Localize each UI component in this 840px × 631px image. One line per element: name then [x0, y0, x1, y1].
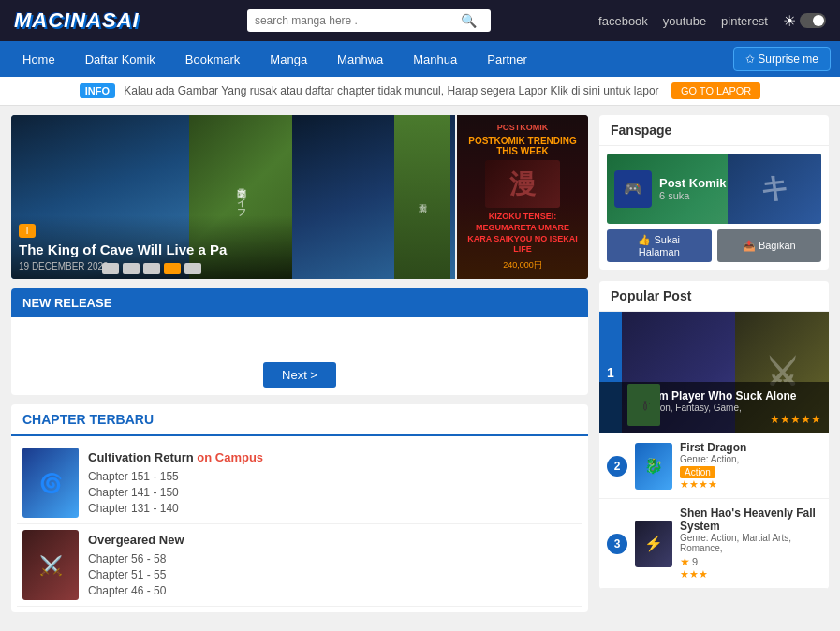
new-release-grid	[11, 317, 588, 355]
popular-featured-title: I Am Player Who Suck Alone	[644, 389, 821, 403]
popular-genre-2: Genre: Action,	[680, 454, 821, 464]
chapter-terbaru-header: CHAPTER TERBARU	[11, 404, 588, 436]
logo: MACINASAI	[14, 8, 140, 33]
sidebar-item-bookmark[interactable]: Bookmark	[172, 47, 254, 72]
popular-title-2: First Dragon	[680, 441, 821, 454]
youtube-link[interactable]: youtube	[663, 14, 706, 28]
surprise-button[interactable]: ✩ Surprise me	[733, 47, 831, 71]
facebook-link[interactable]: facebook	[598, 14, 648, 28]
chapter-manga-title-1: Cultivation Return on Campus	[88, 450, 577, 464]
fanspage-like-button[interactable]: 👍 Sukai Halaman	[607, 229, 712, 262]
hero-badge: T	[19, 224, 36, 238]
popular-rating-3: 9	[692, 556, 698, 567]
next-button[interactable]: Next >	[263, 362, 336, 388]
chapter-link-2-1[interactable]: Chapter 56 - 58	[88, 552, 577, 565]
popular-stars-3: ★★★	[680, 568, 821, 580]
popular-featured-thumb: 🗡	[627, 384, 660, 426]
new-release-section: NEW RELEASE Next >	[11, 288, 588, 395]
right-sidebar: Fanspage キ 🎮 Post Komik 6 suka 👍 Sukai H	[599, 115, 829, 612]
fanspage-page-name: Post Komik	[659, 176, 727, 190]
popular-rank-3: 3	[607, 534, 627, 554]
hero-secondary-item-1[interactable]: 洞窟王	[292, 115, 455, 279]
new-release-header: NEW RELEASE	[11, 288, 588, 317]
sun-icon: ☀	[783, 12, 796, 30]
header-links: facebook youtube pinterest ☀	[598, 12, 826, 30]
chapter-link-1-3[interactable]: Chapter 131 - 140	[88, 502, 577, 515]
go-lapor-button[interactable]: GO TO LAPOR	[671, 82, 760, 99]
hero-secondary: 洞窟王 POSTKOMIK POSTKOMIK TRENDING THIS WE…	[292, 115, 588, 279]
fanspage-banner: キ 🎮 Post Komik 6 suka	[607, 154, 821, 224]
search-input[interactable]	[255, 14, 461, 27]
popular-rank-2: 2	[607, 456, 627, 477]
chapter-link-2-3[interactable]: Chapter 46 - 50	[88, 584, 577, 597]
fanspage-share-button[interactable]: 📤 Bagikan	[717, 229, 822, 262]
sidebar-item-daftar-komik[interactable]: Daftar Komik	[72, 47, 169, 72]
hero-title: The King of Cave Will Live a Pa	[19, 242, 285, 258]
chapter-item-2: ⚔️ Overgeared New Chapter 56 - 58 Chapte…	[17, 524, 582, 607]
hero-indicator	[102, 263, 201, 274]
fanspage-info: Post Komik 6 suka	[659, 176, 727, 201]
sidebar-item-home[interactable]: Home	[9, 47, 68, 72]
indicator-5[interactable]	[184, 263, 201, 274]
popular-genre-3: Genre: Action, Martial Arts, Romance,	[680, 533, 821, 553]
sidebar-item-manhwa[interactable]: Manhwa	[324, 47, 396, 72]
indicator-2[interactable]	[123, 263, 140, 274]
fanspage-avatar: 🎮	[614, 170, 652, 208]
indicator-4[interactable]	[164, 263, 181, 274]
chapter-link-2-2[interactable]: Chapter 51 - 55	[88, 568, 577, 581]
pinterest-link[interactable]: pinterest	[721, 14, 768, 28]
chapter-item-1: 🌀 Cultivation Return on Campus Chapter 1…	[17, 442, 582, 524]
hero-main[interactable]: 楽園ライフ T The King of Cave Will Live a Pa …	[11, 115, 292, 279]
chapter-thumb-1: 🌀	[22, 448, 79, 518]
popular-info-3: Shen Hao's Heavenly Fall System Genre: A…	[680, 506, 821, 580]
sidebar-item-partner[interactable]: Partner	[474, 47, 540, 72]
fanspage-content: キ 🎮 Post Komik 6 suka 👍 Sukai Halaman 📤 …	[599, 146, 829, 270]
popular-featured-overlay: 🗡 I Am Player Who Suck Alone Action, Fan…	[599, 382, 829, 433]
chapter-link-1-2[interactable]: Chapter 141 - 150	[88, 486, 577, 499]
indicator-3[interactable]	[143, 263, 160, 274]
info-bar: INFO Kalau ada Gambar Yang rusak atau da…	[0, 77, 840, 106]
chapter-info-2: Overgeared New Chapter 56 - 58 Chapter 5…	[88, 533, 577, 597]
chapter-info-1: Cultivation Return on Campus Chapter 151…	[88, 450, 577, 515]
chapter-links-1: Chapter 151 - 155 Chapter 141 - 150 Chap…	[88, 470, 577, 515]
chapter-thumb-2: ⚔️	[22, 530, 79, 600]
chapter-manga-title-2: Overgeared New	[88, 533, 577, 547]
popular-post-header: Popular Post	[599, 281, 829, 312]
hero-slider: 楽園ライフ T The King of Cave Will Live a Pa …	[11, 115, 588, 279]
popular-subgenre-2: Action	[680, 466, 715, 478]
search-bar: 🔍	[247, 9, 491, 32]
trending-label: POSTKOMIK TRENDING THIS WEEK	[464, 136, 581, 156]
popular-list-item-2[interactable]: 2 🐉 First Dragon Genre: Action, Action ★…	[599, 433, 829, 499]
search-icon: 🔍	[461, 13, 477, 28]
info-badge: INFO	[80, 83, 115, 98]
popular-stars-2: ★★★★	[680, 478, 821, 491]
sidebar-item-manhua[interactable]: Manhua	[400, 47, 470, 72]
header: MACINASAI 🔍 facebook youtube pinterest ☀	[0, 0, 840, 41]
trending-title: KIZOKU TENSEI: MEGUMARETA UMARE KARA SAI…	[464, 212, 581, 256]
popular-thumb-3: ⚡	[635, 521, 672, 567]
chapter-link-1-1[interactable]: Chapter 151 - 155	[88, 470, 577, 483]
next-btn-row: Next >	[11, 355, 588, 395]
manga-panel-1: 洞窟王	[292, 115, 455, 279]
popular-info-2: First Dragon Genre: Action, Action ★★★★	[680, 441, 821, 491]
left-content: 楽園ライフ T The King of Cave Will Live a Pa …	[11, 115, 588, 612]
chapter-terbaru-section: CHAPTER TERBARU 🌀 Cultivation Return on …	[11, 404, 588, 612]
fanspage-section: Fanspage キ 🎮 Post Komik 6 suka 👍 Sukai H	[599, 115, 829, 270]
sidebar-item-manga[interactable]: Manga	[257, 47, 320, 72]
popular-title-3: Shen Hao's Heavenly Fall System	[680, 506, 821, 533]
popular-post-section: Popular Post ⚔ 1 🗡 I Am Player Who Suck …	[599, 281, 829, 589]
hero-trending[interactable]: POSTKOMIK POSTKOMIK TRENDING THIS WEEK 漫…	[457, 115, 588, 279]
popular-post-featured[interactable]: ⚔ 1 🗡 I Am Player Who Suck Alone Action,…	[599, 312, 829, 433]
theme-toggle[interactable]: ☀	[783, 12, 826, 30]
popular-thumb-2: 🐉	[635, 443, 672, 490]
fanspage-actions: 👍 Sukai Halaman 📤 Bagikan	[607, 229, 821, 262]
popular-featured-genre: Action, Fantasy, Game,	[644, 403, 821, 413]
indicator-1[interactable]	[102, 263, 119, 274]
chapter-links-2: Chapter 56 - 58 Chapter 51 - 55 Chapter …	[88, 552, 577, 597]
chapter-list: 🌀 Cultivation Return on Campus Chapter 1…	[11, 436, 588, 612]
fanspage-header: Fanspage	[599, 115, 829, 146]
main-container: 楽園ライフ T The King of Cave Will Live a Pa …	[0, 106, 840, 622]
navbar: Home Daftar Komik Bookmark Manga Manhwa …	[0, 41, 840, 77]
info-text: Kalau ada Gambar Yang rusak atau daftar …	[124, 84, 658, 97]
popular-list-item-3[interactable]: 3 ⚡ Shen Hao's Heavenly Fall System Genr…	[599, 499, 829, 589]
